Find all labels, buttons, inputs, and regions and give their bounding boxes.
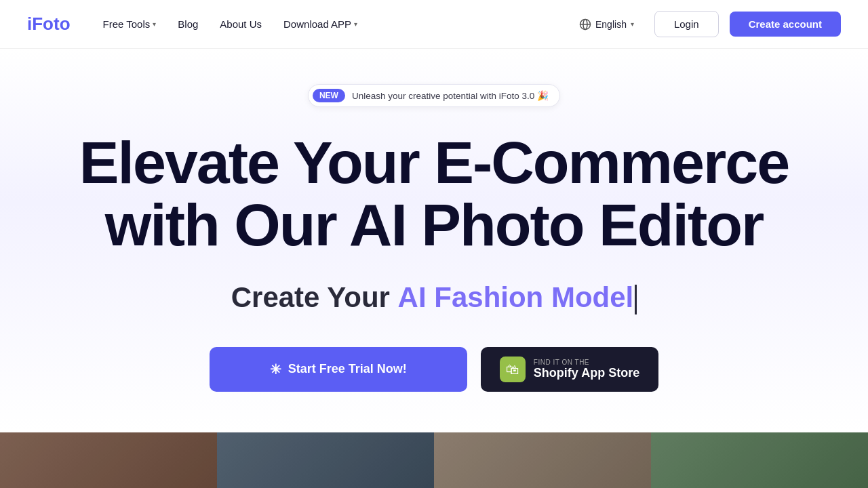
- nav-about-us[interactable]: About Us: [220, 18, 262, 30]
- new-badge: NEW: [313, 89, 345, 102]
- gallery-item-1: [0, 432, 217, 488]
- announcement-banner[interactable]: NEW Unleash your creative potential with…: [308, 84, 560, 107]
- hero-title: Elevate Your E-Commerce with Our AI Phot…: [79, 131, 789, 257]
- text-cursor: [635, 285, 637, 314]
- gallery-item-3: [434, 432, 651, 488]
- chevron-down-icon: ▾: [153, 20, 156, 28]
- hero-buttons: ✳ Start Free Trial Now! 🛍 FIND IT ON THE…: [210, 347, 658, 392]
- gallery-item-2: [217, 432, 434, 488]
- chevron-down-icon: ▾: [354, 20, 357, 28]
- sparkle-icon: ✳: [270, 361, 281, 378]
- gallery-item-4: [651, 432, 868, 488]
- start-trial-button[interactable]: ✳ Start Free Trial Now!: [210, 347, 467, 392]
- login-button[interactable]: Login: [654, 11, 719, 37]
- create-account-button[interactable]: Create account: [730, 12, 841, 37]
- nav-links: Free Tools ▾ Blog About Us Download APP …: [103, 18, 570, 30]
- nav-free-tools[interactable]: Free Tools ▾: [103, 18, 157, 30]
- hero-subtitle-highlight: AI Fashion Model: [398, 281, 634, 313]
- globe-icon: [579, 18, 591, 30]
- badge-text: Unleash your creative potential with iFo…: [352, 90, 549, 101]
- navbar: iFoto Free Tools ▾ Blog About Us Downloa…: [0, 0, 868, 49]
- gallery-strip: [0, 432, 868, 488]
- shopify-text: FIND IT ON THE Shopify App Store: [534, 359, 639, 380]
- nav-blog[interactable]: Blog: [178, 18, 198, 30]
- hero-section: NEW Unleash your creative potential with…: [0, 49, 868, 432]
- nav-right: English ▾ Login Create account: [570, 11, 841, 37]
- logo[interactable]: iFoto: [27, 14, 71, 35]
- shopify-icon: 🛍: [500, 357, 526, 382]
- hero-subtitle: Create Your AI Fashion Model: [231, 281, 637, 314]
- language-selector[interactable]: English ▾: [570, 13, 644, 36]
- svg-text:🛍: 🛍: [506, 362, 519, 377]
- chevron-down-icon: ▾: [631, 20, 634, 28]
- shopify-app-store-button[interactable]: 🛍 FIND IT ON THE Shopify App Store: [481, 347, 658, 392]
- nav-download-app[interactable]: Download APP ▾: [283, 18, 357, 30]
